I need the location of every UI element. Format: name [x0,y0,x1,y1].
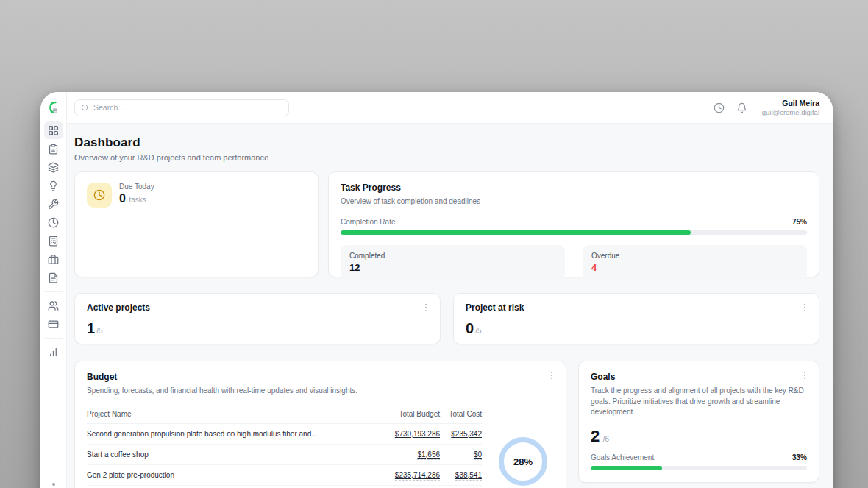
completion-rate-value: 75% [792,218,807,226]
sidebar-item-calculator[interactable] [44,232,63,250]
user-menu[interactable]: Guil Meira guil@creme.digital [762,99,819,117]
bar-chart-icon [48,347,59,358]
app-window: V1.0 Guil Meira guil@creme.digital Dashb… [40,92,833,488]
completion-progress-track [341,230,807,235]
users-icon [48,300,59,311]
card-title: Budget [87,372,554,382]
clock-icon [93,189,105,201]
table-row[interactable]: Gen 2 plate pre-production $235,714.286 … [87,464,482,485]
main-area: Guil Meira guil@creme.digital Dashboard … [67,92,833,488]
due-today-value: 0 tasks [119,192,154,205]
clock-icon [48,217,59,228]
sidebar-item-dashboard[interactable] [44,121,63,139]
sidebar-item-projects[interactable] [44,158,63,176]
overdue-label: Overdue [591,252,798,260]
task-progress-card: Task Progress Overview of task completio… [328,171,819,277]
overdue-stat-box: Overdue 4 [583,245,807,280]
user-name: Guil Meira [762,99,819,108]
total-cost-value[interactable]: $0 [474,450,482,460]
kebab-menu-icon[interactable] [547,370,557,381]
status-dot [52,483,55,486]
sidebar-item-time[interactable] [44,213,63,231]
sidebar-item-documents[interactable] [44,269,63,286]
goals-achievement-label: Goals Achievement [591,453,654,462]
col-project-name: Project Name [87,406,383,424]
sidebar-item-ideas[interactable] [44,177,63,194]
sidebar-item-tools[interactable] [44,195,63,213]
sidebar-divider [45,338,63,339]
card-title: Task Progress [341,183,807,193]
total-budget-value[interactable]: $235,714.286 [395,471,440,481]
project-name: Second generation propulsion plate based… [87,423,383,444]
grid-icon [48,125,59,136]
project-name: Creighton Beryllium mine project [87,485,383,488]
col-total-cost: Total Cost [440,406,482,424]
page-title: Dashboard [74,135,819,150]
total-cost-value[interactable]: $235,342 [451,430,482,439]
sidebar-item-analytics[interactable] [44,343,63,361]
clipboard-icon [48,144,59,155]
project-at-risk-value: 0 [466,320,474,336]
user-email: guil@creme.digital [762,108,819,117]
row-counts: Active projects 1/5 Project at risk 0/5 [74,293,819,344]
sidebar-item-team[interactable] [44,297,63,314]
row-budget-goals: Budget Spending, forecasts, and financia… [74,361,819,488]
wrench-icon [48,199,59,210]
clock-icon[interactable] [714,102,725,113]
sidebar-item-tasks[interactable] [44,140,63,158]
table-row[interactable]: Creighton Beryllium mine project $0 $0 [87,485,482,488]
total-budget-value[interactable]: $730,193.286 [395,430,440,439]
lightbulb-icon [48,180,59,191]
credit-card-icon [48,319,59,330]
kebab-menu-icon[interactable] [800,370,810,381]
sidebar-item-billing[interactable] [44,315,63,333]
sidebar-footer: V1.0 [40,483,66,488]
project-at-risk-card: Project at risk 0/5 [453,293,819,344]
search-box[interactable] [74,99,289,116]
sidebar: V1.0 [40,92,67,488]
completed-label: Completed [349,252,556,260]
briefcase-icon [48,254,59,265]
sidebar-item-portfolio[interactable] [44,250,63,268]
topbar-right: Guil Meira guil@creme.digital [714,99,819,117]
card-title: Project at risk [466,303,807,313]
calculator-icon [48,236,59,247]
card-subtitle: Track the progress and alignment of all … [591,386,807,418]
bell-icon[interactable] [736,102,747,113]
goals-progress-fill [591,466,662,470]
overdue-value: 4 [591,262,798,273]
table-row[interactable]: Second generation propulsion plate based… [87,423,482,444]
search-icon [81,104,89,112]
due-today-label: Due Today [119,183,154,191]
due-today-icon-box [87,183,112,208]
project-name: Start a coffee shop [87,444,383,464]
file-icon [48,272,59,283]
search-input[interactable] [93,103,282,112]
layers-icon [48,162,59,173]
goals-total: /6 [603,435,609,443]
row-summary: Due Today 0 tasks Task Progress Overview… [74,171,819,277]
content: Dashboard Overview of your R&D projects … [67,124,833,488]
creme-logo-icon [46,99,61,116]
card-title: Goals [591,372,807,382]
completion-rate-label: Completion Rate [341,218,395,226]
completion-progress-fill [341,230,691,235]
top-bar: Guil Meira guil@creme.digital [67,92,833,124]
kebab-menu-icon[interactable] [421,303,431,313]
table-row[interactable]: Start a coffee shop $1,656 $0 [87,444,482,464]
total-cost-value[interactable]: $38,541 [455,471,482,481]
total-budget-value[interactable]: $1,656 [417,450,440,460]
active-projects-total: /5 [96,327,102,335]
card-subtitle: Spending, forecasts, and financial healt… [87,386,554,397]
budget-usage-ring: 28% [499,437,547,486]
goals-progress-track [591,466,807,470]
goals-card: Goals Track the progress and alignment o… [578,361,819,483]
budget-usage-pct: 28% [513,456,533,467]
active-projects-card: Active projects 1/5 [74,293,441,344]
kebab-menu-icon[interactable] [800,303,810,313]
due-today-card: Due Today 0 tasks [74,171,319,277]
goals-achievement-value: 33% [792,453,807,462]
page-subtitle: Overview of your R&D projects and team p… [74,153,819,162]
due-today-unit: tasks [129,196,146,204]
project-at-risk-total: /5 [475,327,481,335]
